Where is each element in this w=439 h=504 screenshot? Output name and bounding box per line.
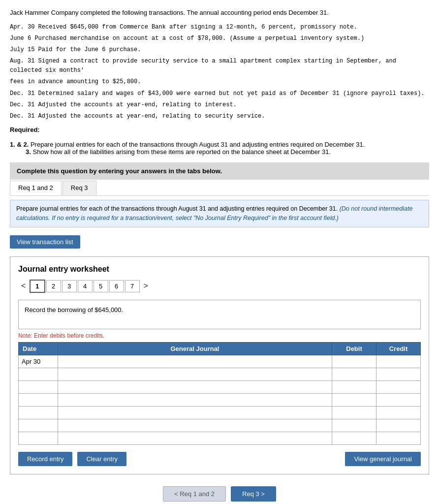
credit-cell-1[interactable] <box>376 355 421 368</box>
bottom-prev-label: < Req 1 and 2 <box>174 490 215 498</box>
page-label-2: 2 <box>52 283 55 290</box>
credit-cell-2[interactable] <box>376 368 421 380</box>
page-label-1: 1 <box>35 283 39 290</box>
debit-input-1[interactable] <box>335 358 373 365</box>
worksheet-container: Journal entry worksheet < 1 2 3 4 5 6 7 … <box>10 256 429 474</box>
debit-cell-3[interactable] <box>332 380 376 393</box>
date-cell-7 <box>19 432 58 444</box>
journal-input-2[interactable] <box>61 371 329 378</box>
prev-arrow[interactable]: < <box>18 281 29 291</box>
credit-input-6[interactable] <box>379 422 417 429</box>
view-transaction-label: View transaction list <box>17 238 73 246</box>
page-label-7: 7 <box>130 283 134 290</box>
credit-input-3[interactable] <box>379 383 417 391</box>
view-transaction-button[interactable]: View transaction list <box>10 235 80 249</box>
req12-text: Prepare journal entries for each of the … <box>31 141 365 148</box>
credit-input-7[interactable] <box>379 435 417 442</box>
bottom-next-button[interactable]: Req 3 > <box>231 486 276 502</box>
debit-cell-7[interactable] <box>332 432 376 444</box>
credit-cell-6[interactable] <box>376 419 421 432</box>
journal-cell-6[interactable] <box>58 419 332 432</box>
page-label-6: 6 <box>115 283 118 290</box>
instructions-text: Prepare journal entries for each of the … <box>16 205 340 212</box>
header-debit-label: Debit <box>346 345 362 352</box>
debit-cell-1[interactable] <box>332 355 376 368</box>
tab-req3[interactable]: Req 3 <box>63 181 96 195</box>
page-btn-3[interactable]: 3 <box>62 280 77 292</box>
journal-table: Date General Journal Debit Credit Apr 30 <box>18 342 421 445</box>
page-btn-4[interactable]: 4 <box>78 280 93 292</box>
transaction-6: Dec. 31 Adjusted the accounts at year-en… <box>10 100 429 110</box>
page-label-3: 3 <box>67 283 71 290</box>
page-btn-6[interactable]: 6 <box>109 280 124 292</box>
view-general-journal-button[interactable]: View general journal <box>345 452 421 466</box>
credit-cell-4[interactable] <box>376 393 421 406</box>
clear-entry-button[interactable]: Clear entry <box>77 452 126 466</box>
header-debit: Debit <box>332 342 376 355</box>
date-cell-3 <box>19 380 58 393</box>
debit-cell-6[interactable] <box>332 419 376 432</box>
journal-cell-1[interactable] <box>58 355 332 368</box>
journal-cell-7[interactable] <box>58 432 332 444</box>
entry-description: Record the borrowing of $645,000. <box>18 300 421 329</box>
debit-input-4[interactable] <box>335 396 373 404</box>
bottom-next-label: Req 3 > <box>242 490 265 498</box>
date-cell-5 <box>19 406 58 419</box>
credit-input-4[interactable] <box>379 396 417 404</box>
credit-input-1[interactable] <box>379 358 417 365</box>
record-entry-button[interactable]: Record entry <box>18 452 72 466</box>
date-cell-4 <box>19 393 58 406</box>
entry-description-text: Record the borrowing of $645,000. <box>25 306 123 314</box>
table-row <box>19 368 421 380</box>
journal-input-7[interactable] <box>61 435 329 442</box>
journal-cell-2[interactable] <box>58 368 332 380</box>
header-date-label: Date <box>23 345 36 352</box>
req3-label: 3. <box>26 148 31 156</box>
problem-intro: Jack Hammer Company completed the follow… <box>10 8 429 18</box>
journal-cell-3[interactable] <box>58 380 332 393</box>
date-cell-1: Apr 30 <box>19 355 58 368</box>
note-text: Note: Enter debits before credits. <box>18 332 421 339</box>
journal-input-1[interactable] <box>61 358 329 365</box>
debit-input-6[interactable] <box>335 422 373 429</box>
next-arrow[interactable]: > <box>141 281 151 291</box>
transaction-1: Apr. 30 Received $645,000 from Commerce … <box>10 23 429 32</box>
table-row <box>19 406 421 419</box>
journal-input-4[interactable] <box>61 396 329 404</box>
transaction-5: Dec. 31 Determined salary and wages of $… <box>10 89 429 98</box>
date-cell-6 <box>19 419 58 432</box>
page-btn-7[interactable]: 7 <box>125 280 140 292</box>
debit-input-7[interactable] <box>335 435 373 442</box>
tab-req1and2[interactable]: Req 1 and 2 <box>10 181 62 195</box>
journal-input-6[interactable] <box>61 422 329 429</box>
view-general-journal-label: View general journal <box>354 455 412 463</box>
journal-cell-5[interactable] <box>58 406 332 419</box>
credit-input-2[interactable] <box>379 371 417 378</box>
action-buttons: Record entry Clear entry View general jo… <box>18 452 421 466</box>
journal-input-5[interactable] <box>61 409 329 416</box>
debit-cell-2[interactable] <box>332 368 376 380</box>
header-credit-label: Credit <box>389 345 408 352</box>
credit-cell-3[interactable] <box>376 380 421 393</box>
date-value-1: Apr 30 <box>22 358 40 365</box>
page-label-4: 4 <box>83 283 87 290</box>
credit-cell-5[interactable] <box>376 406 421 419</box>
debit-cell-4[interactable] <box>332 393 376 406</box>
debit-cell-5[interactable] <box>332 406 376 419</box>
debit-input-2[interactable] <box>335 371 373 378</box>
req3-line: 3. Show how all of the liabilities arisi… <box>26 148 429 156</box>
page-btn-1[interactable]: 1 <box>30 280 45 293</box>
intro-text: Jack Hammer Company completed the follow… <box>10 8 429 18</box>
bottom-navigation: < Req 1 and 2 Req 3 > <box>10 486 429 502</box>
table-row <box>19 419 421 432</box>
bottom-prev-button[interactable]: < Req 1 and 2 <box>163 486 226 502</box>
credit-input-5[interactable] <box>379 409 417 416</box>
debit-input-3[interactable] <box>335 383 373 391</box>
header-journal: General Journal <box>58 342 332 355</box>
journal-input-3[interactable] <box>61 383 329 391</box>
page-btn-2[interactable]: 2 <box>46 280 61 292</box>
journal-cell-4[interactable] <box>58 393 332 406</box>
page-btn-5[interactable]: 5 <box>94 280 108 292</box>
debit-input-5[interactable] <box>335 409 373 416</box>
credit-cell-7[interactable] <box>376 432 421 444</box>
